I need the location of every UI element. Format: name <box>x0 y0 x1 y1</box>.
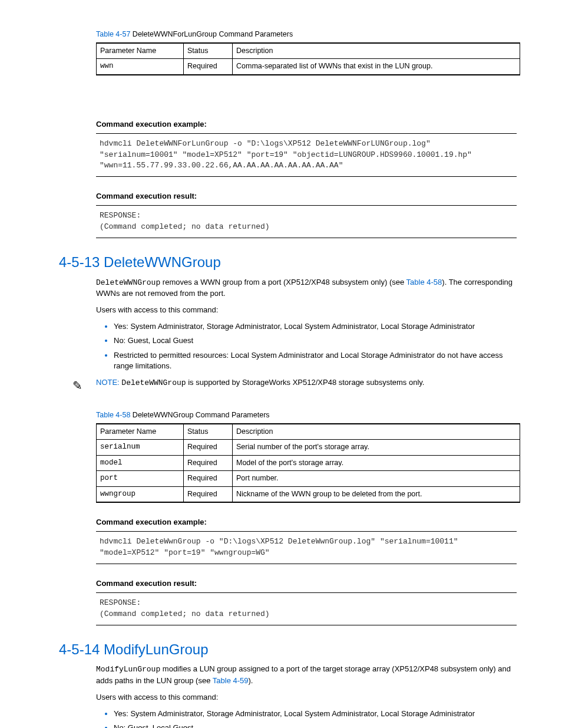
table-58-caption: Table 4-58 DeleteWWNGroup Command Parame… <box>96 410 521 421</box>
cell-desc: Port number. <box>233 471 520 487</box>
list-item: Yes: System Administrator, Storage Admin… <box>114 709 521 719</box>
table-57-caption: Table 4-57 DeleteWWNForLunGroup Command … <box>96 29 521 40</box>
list-item: Yes: System Administrator, Storage Admin… <box>114 321 521 332</box>
cell-param: port <box>97 471 184 487</box>
col-status: Status <box>184 424 233 440</box>
access-list: Yes: System Administrator, Storage Admin… <box>96 321 521 371</box>
cell-status: Required <box>184 440 233 456</box>
col-description: Description <box>233 424 520 440</box>
note-rest: is supported by StorageWorks XP512/XP48 … <box>186 378 425 387</box>
table-header-row: Parameter Name Status Description <box>97 43 520 59</box>
table-58: Parameter Name Status Description serial… <box>96 423 520 503</box>
cell-status: Required <box>184 455 233 471</box>
paragraph-4513-1: DeleteWWNGroup removes a WWN group from … <box>96 277 521 299</box>
cell-param: wwn <box>97 59 184 75</box>
list-item: Restricted to permitted resources: Local… <box>114 350 521 371</box>
table-58-title: DeleteWWNGroup Command Parameters <box>130 411 269 419</box>
exec-result-label-1: Command execution result: <box>96 191 521 202</box>
table-row: serialnum Required Serial number of the … <box>97 440 520 456</box>
code-block-3: hdvmcli DeleteWwnGroup -o "D:\logs\XP512… <box>96 531 517 564</box>
table-57: Parameter Name Status Description wwn Re… <box>96 42 520 75</box>
link-table-4-58[interactable]: Table 4-58 <box>406 278 442 286</box>
code-block-1: hdvmcli DeleteWWNForLunGroup -o "D:\logs… <box>96 133 517 177</box>
note-block: ✎ NOTE: DeleteWWNGroup is supported by S… <box>59 377 521 394</box>
heading-4-5-14: 4-5-14 ModifyLunGroup <box>59 640 521 660</box>
note-label: NOTE: <box>96 378 121 387</box>
exec-result-label-2: Command execution result: <box>96 578 521 589</box>
paragraph-4514-1: ModifyLunGroup modifies a LUN group assi… <box>96 664 521 686</box>
cell-param: wwngroup <box>97 486 184 502</box>
cell-status: Required <box>184 59 233 75</box>
exec-example-label-1: Command execution example: <box>96 119 521 130</box>
list-item: No: Guest, Local Guest <box>114 723 521 728</box>
table-header-row: Parameter Name Status Description <box>97 424 520 440</box>
code-block-4: RESPONSE: (Command completed; no data re… <box>96 592 517 625</box>
cell-status: Required <box>184 486 233 502</box>
note-cmd: DeleteWWNGroup <box>121 378 186 387</box>
users-access-label: Users with access to this command: <box>96 305 521 315</box>
cell-desc: Model of the port's storage array. <box>233 455 520 471</box>
users-access-label-2: Users with access to this command: <box>96 692 521 703</box>
list-item: No: Guest, Local Guest <box>114 335 521 346</box>
cell-desc: Serial number of the port's storage arra… <box>233 440 520 456</box>
col-param-name: Parameter Name <box>97 43 184 59</box>
cell-param: model <box>97 455 184 471</box>
table-row: wwn Required Comma-separated list of WWN… <box>97 59 520 75</box>
text: removes a WWN group from a port (XP512/X… <box>160 278 406 286</box>
cell-status: Required <box>184 471 233 487</box>
cell-desc: Nickname of the WWN group to be deleted … <box>233 486 520 502</box>
table-58-ref[interactable]: Table 4-58 <box>96 411 130 419</box>
table-57-ref[interactable]: Table 4-57 <box>96 30 130 38</box>
exec-example-label-2: Command execution example: <box>96 517 521 528</box>
col-status: Status <box>184 43 233 59</box>
cmd-name: ModifyLunGroup <box>96 665 160 674</box>
text: ). <box>249 676 253 685</box>
table-row: port Required Port number. <box>97 471 520 487</box>
table-row: wwngroup Required Nickname of the WWN gr… <box>97 486 520 502</box>
cell-desc: Comma-separated list of WWNs that exist … <box>233 59 520 75</box>
cell-param: serialnum <box>97 440 184 456</box>
heading-4-5-13: 4-5-13 DeleteWWNGroup <box>59 252 521 272</box>
note-text: NOTE: DeleteWWNGroup is supported by Sto… <box>96 377 521 388</box>
note-icon: ✎ <box>59 377 96 394</box>
cmd-name: DeleteWWNGroup <box>96 278 160 287</box>
link-table-4-59[interactable]: Table 4-59 <box>213 676 249 685</box>
table-57-title: DeleteWWNForLunGroup Command Parameters <box>130 30 293 38</box>
code-block-2: RESPONSE: (Command completed; no data re… <box>96 205 517 238</box>
col-param-name: Parameter Name <box>97 424 184 440</box>
table-row: model Required Model of the port's stora… <box>97 455 520 471</box>
access-list-2: Yes: System Administrator, Storage Admin… <box>96 709 521 728</box>
col-description: Description <box>233 43 520 59</box>
